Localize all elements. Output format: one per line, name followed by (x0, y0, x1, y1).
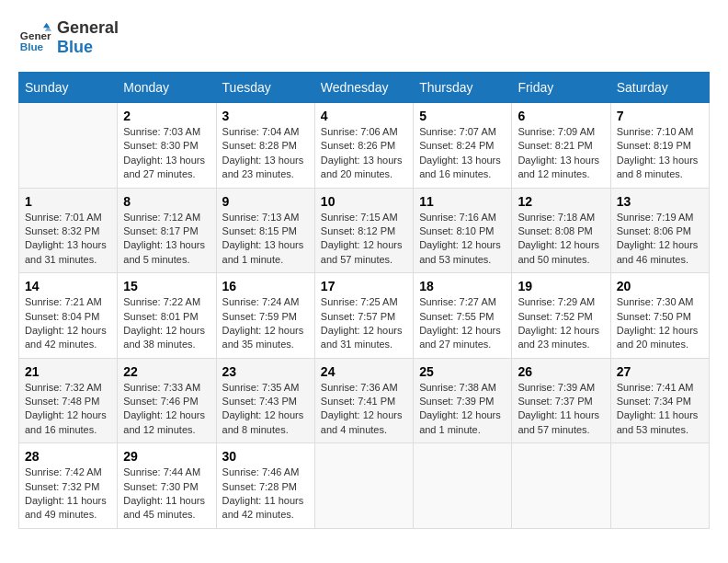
day-info: Sunrise: 7:04 AM Sunset: 8:28 PM Dayligh… (222, 125, 309, 182)
calendar-cell: 11Sunrise: 7:16 AM Sunset: 8:10 PM Dayli… (414, 188, 512, 273)
day-info: Sunrise: 7:09 AM Sunset: 8:21 PM Dayligh… (518, 125, 604, 182)
day-info: Sunrise: 7:38 AM Sunset: 7:39 PM Dayligh… (419, 381, 506, 438)
calendar-cell: 18Sunrise: 7:27 AM Sunset: 7:55 PM Dayli… (414, 273, 512, 359)
logo-blue: Blue (57, 38, 119, 57)
day-info: Sunrise: 7:41 AM Sunset: 7:34 PM Dayligh… (617, 381, 703, 438)
day-number: 10 (321, 194, 407, 209)
calendar-cell (512, 443, 610, 529)
day-number: 23 (222, 364, 309, 379)
calendar-cell: 22Sunrise: 7:33 AM Sunset: 7:46 PM Dayli… (118, 358, 216, 443)
calendar-cell (19, 103, 118, 189)
day-number: 20 (617, 279, 703, 293)
calendar-cell: 19Sunrise: 7:29 AM Sunset: 7:52 PM Dayli… (512, 273, 610, 359)
day-number: 26 (518, 364, 604, 379)
day-info: Sunrise: 7:18 AM Sunset: 8:08 PM Dayligh… (518, 211, 604, 268)
calendar-cell: 20Sunrise: 7:30 AM Sunset: 7:50 PM Dayli… (610, 273, 709, 359)
day-number: 3 (222, 109, 309, 123)
day-number: 9 (222, 194, 309, 209)
calendar-cell: 9Sunrise: 7:13 AM Sunset: 8:15 PM Daylig… (216, 188, 314, 273)
calendar-cell: 4Sunrise: 7:06 AM Sunset: 8:26 PM Daylig… (314, 103, 413, 189)
day-number: 28 (25, 449, 111, 464)
weekday-thursday: Thursday (414, 73, 512, 103)
day-info: Sunrise: 7:24 AM Sunset: 7:59 PM Dayligh… (222, 295, 309, 352)
calendar-table: SundayMondayTuesdayWednesdayThursdayFrid… (18, 72, 710, 529)
calendar-cell: 12Sunrise: 7:18 AM Sunset: 8:08 PM Dayli… (512, 188, 610, 273)
day-number: 8 (123, 194, 210, 209)
day-number: 29 (123, 449, 210, 464)
day-info: Sunrise: 7:13 AM Sunset: 8:15 PM Dayligh… (222, 211, 309, 268)
calendar-cell: 21Sunrise: 7:32 AM Sunset: 7:48 PM Dayli… (19, 358, 118, 443)
day-info: Sunrise: 7:32 AM Sunset: 7:48 PM Dayligh… (25, 381, 111, 438)
day-info: Sunrise: 7:27 AM Sunset: 7:55 PM Dayligh… (419, 295, 506, 352)
calendar-cell: 10Sunrise: 7:15 AM Sunset: 8:12 PM Dayli… (314, 188, 413, 273)
day-info: Sunrise: 7:33 AM Sunset: 7:46 PM Dayligh… (123, 381, 210, 438)
day-number: 11 (419, 194, 506, 209)
day-info: Sunrise: 7:19 AM Sunset: 8:06 PM Dayligh… (617, 211, 703, 268)
day-number: 7 (617, 109, 703, 123)
day-info: Sunrise: 7:15 AM Sunset: 8:12 PM Dayligh… (321, 211, 407, 268)
logo: General Blue General Blue (18, 18, 119, 57)
day-number: 13 (617, 194, 703, 209)
day-info: Sunrise: 7:25 AM Sunset: 7:57 PM Dayligh… (321, 295, 407, 352)
day-number: 6 (518, 109, 604, 123)
day-info: Sunrise: 7:12 AM Sunset: 8:17 PM Dayligh… (123, 211, 210, 268)
calendar-cell: 26Sunrise: 7:39 AM Sunset: 7:37 PM Dayli… (512, 358, 610, 443)
day-number: 16 (222, 279, 309, 293)
svg-marker-2 (43, 23, 50, 28)
calendar-cell: 23Sunrise: 7:35 AM Sunset: 7:43 PM Dayli… (216, 358, 314, 443)
page-header: General Blue General Blue (18, 18, 710, 57)
weekday-sunday: Sunday (19, 73, 118, 103)
calendar-cell: 13Sunrise: 7:19 AM Sunset: 8:06 PM Dayli… (610, 188, 709, 273)
weekday-friday: Friday (512, 73, 610, 103)
day-info: Sunrise: 7:10 AM Sunset: 8:19 PM Dayligh… (617, 125, 703, 182)
calendar-cell: 27Sunrise: 7:41 AM Sunset: 7:34 PM Dayli… (610, 358, 709, 443)
calendar-cell (314, 443, 413, 529)
calendar-week-3: 14Sunrise: 7:21 AM Sunset: 8:04 PM Dayli… (19, 273, 710, 359)
day-number: 30 (222, 449, 309, 464)
day-info: Sunrise: 7:30 AM Sunset: 7:50 PM Dayligh… (617, 295, 703, 352)
weekday-saturday: Saturday (610, 73, 709, 103)
day-number: 24 (321, 364, 407, 379)
calendar-cell: 24Sunrise: 7:36 AM Sunset: 7:41 PM Dayli… (314, 358, 413, 443)
day-number: 27 (617, 364, 703, 379)
weekday-header-row: SundayMondayTuesdayWednesdayThursdayFrid… (19, 73, 710, 103)
calendar-cell: 3Sunrise: 7:04 AM Sunset: 8:28 PM Daylig… (216, 103, 314, 189)
day-number: 4 (321, 109, 407, 123)
day-info: Sunrise: 7:22 AM Sunset: 8:01 PM Dayligh… (123, 295, 210, 352)
day-number: 25 (419, 364, 506, 379)
day-info: Sunrise: 7:06 AM Sunset: 8:26 PM Dayligh… (321, 125, 407, 182)
day-number: 15 (123, 279, 210, 293)
day-number: 21 (25, 364, 111, 379)
calendar-week-2: 1Sunrise: 7:01 AM Sunset: 8:32 PM Daylig… (19, 188, 710, 273)
calendar-cell: 14Sunrise: 7:21 AM Sunset: 8:04 PM Dayli… (19, 273, 118, 359)
logo-icon: General Blue (18, 21, 51, 54)
calendar-cell (414, 443, 512, 529)
day-number: 17 (321, 279, 407, 293)
weekday-tuesday: Tuesday (216, 73, 314, 103)
calendar-cell: 7Sunrise: 7:10 AM Sunset: 8:19 PM Daylig… (610, 103, 709, 189)
day-info: Sunrise: 7:44 AM Sunset: 7:30 PM Dayligh… (123, 465, 210, 523)
day-number: 14 (25, 279, 111, 293)
calendar-cell: 6Sunrise: 7:09 AM Sunset: 8:21 PM Daylig… (512, 103, 610, 189)
calendar-cell: 5Sunrise: 7:07 AM Sunset: 8:24 PM Daylig… (414, 103, 512, 189)
calendar-cell: 25Sunrise: 7:38 AM Sunset: 7:39 PM Dayli… (414, 358, 512, 443)
day-info: Sunrise: 7:36 AM Sunset: 7:41 PM Dayligh… (321, 381, 407, 438)
day-number: 12 (518, 194, 604, 209)
day-info: Sunrise: 7:03 AM Sunset: 8:30 PM Dayligh… (123, 125, 210, 182)
calendar-cell: 16Sunrise: 7:24 AM Sunset: 7:59 PM Dayli… (216, 273, 314, 359)
day-info: Sunrise: 7:39 AM Sunset: 7:37 PM Dayligh… (518, 381, 604, 438)
logo-general: General (57, 18, 119, 38)
calendar-cell: 15Sunrise: 7:22 AM Sunset: 8:01 PM Dayli… (118, 273, 216, 359)
svg-text:Blue: Blue (20, 40, 44, 52)
calendar-body: 2Sunrise: 7:03 AM Sunset: 8:30 PM Daylig… (19, 103, 710, 529)
calendar-cell (610, 443, 709, 529)
day-number: 2 (123, 109, 210, 123)
calendar-cell: 17Sunrise: 7:25 AM Sunset: 7:57 PM Dayli… (314, 273, 413, 359)
day-number: 5 (419, 109, 506, 123)
calendar-cell: 30Sunrise: 7:46 AM Sunset: 7:28 PM Dayli… (216, 443, 314, 529)
calendar-cell: 2Sunrise: 7:03 AM Sunset: 8:30 PM Daylig… (118, 103, 216, 189)
day-info: Sunrise: 7:35 AM Sunset: 7:43 PM Dayligh… (222, 381, 309, 438)
calendar-week-5: 28Sunrise: 7:42 AM Sunset: 7:32 PM Dayli… (19, 443, 710, 529)
day-info: Sunrise: 7:21 AM Sunset: 8:04 PM Dayligh… (25, 295, 111, 352)
day-number: 22 (123, 364, 210, 379)
